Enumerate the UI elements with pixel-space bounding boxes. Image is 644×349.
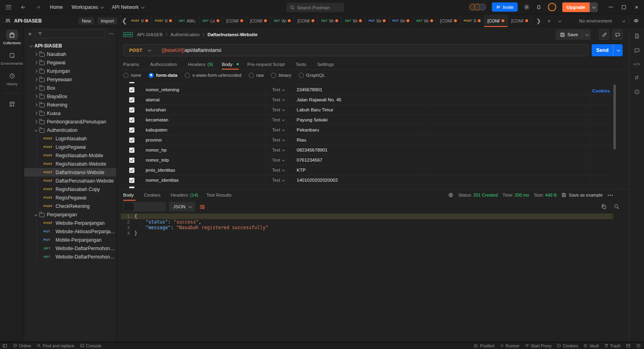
param-key[interactable]: provinsi [142, 135, 266, 145]
param-description[interactable] [424, 85, 591, 94]
send-options-chevron-icon[interactable] [613, 44, 623, 56]
tab-options-chevron-icon[interactable] [555, 16, 564, 25]
import-button[interactable]: Import [97, 17, 117, 25]
wrap-lines-icon[interactable] [199, 204, 205, 210]
search-input[interactable] [297, 5, 337, 10]
save-as-example-button[interactable]: Save as example [561, 193, 603, 197]
row-checkbox[interactable] [129, 117, 134, 123]
url-input[interactable]: {{baseUrl}}api/daftarinstansi [156, 47, 221, 53]
documentation-icon[interactable] [634, 33, 640, 39]
request-tab[interactable]: GET AllKur [175, 14, 199, 27]
param-value[interactable]: Payung Sekaki [287, 115, 424, 125]
body-mode-radio[interactable]: form-data [149, 73, 178, 78]
view-mode-tab[interactable] [145, 202, 155, 211]
two-pane-view-icon[interactable] [626, 343, 631, 348]
response-section-tab[interactable]: Body [123, 189, 136, 201]
code-snippet-icon[interactable]: </> [633, 62, 640, 66]
param-description[interactable] [424, 105, 591, 115]
tree-item[interactable]: Penyewaan [24, 75, 116, 84]
scroll-tabs-left-icon[interactable]: ❮ [121, 14, 128, 27]
row-checkbox[interactable] [129, 178, 134, 183]
request-section-tab[interactable]: Tests [295, 59, 308, 70]
method-selector[interactable]: POST [124, 48, 156, 53]
body-mode-radio[interactable]: x-www-form-urlencoded [185, 73, 242, 78]
sidebar-more-icon[interactable] [108, 31, 114, 37]
tree-item[interactable]: POST RegisPegawai [24, 193, 116, 202]
tree-item[interactable]: PUT Website-AktivasiPerpanjangan [24, 227, 116, 236]
row-checkbox[interactable] [129, 107, 134, 113]
cookies-button[interactable]: Cookies [557, 343, 578, 348]
param-key[interactable]: kecamatan [142, 115, 266, 125]
row-checkbox[interactable] [129, 158, 134, 163]
send-button[interactable]: Send [592, 44, 623, 56]
request-section-tab[interactable]: Authorization [150, 59, 179, 70]
view-mode-tab[interactable] [155, 202, 166, 211]
expand-chevron-icon[interactable] [35, 128, 38, 131]
request-tab[interactable]: POST Reg [460, 14, 484, 27]
tree-item[interactable]: POST CheckRekening [24, 202, 116, 210]
param-key[interactable]: alamat [142, 95, 266, 105]
comments-icon[interactable] [634, 47, 640, 53]
param-description[interactable] [424, 145, 591, 155]
sidebar-filter-input[interactable] [35, 29, 105, 38]
body-mode-radio[interactable]: none [123, 73, 141, 78]
copy-response-icon[interactable] [601, 204, 607, 209]
param-description[interactable] [424, 125, 591, 135]
workspace-name[interactable]: API-SIASEB [14, 18, 42, 24]
tree-item[interactable]: Perpanjangan [24, 210, 116, 219]
param-value[interactable]: 0761234567 [287, 155, 424, 165]
param-key[interactable]: nomor_hp [142, 145, 266, 155]
tree-item[interactable]: POST Website-Perpanjangan [24, 219, 116, 227]
forward-icon[interactable] [35, 4, 41, 10]
row-checkbox[interactable] [129, 148, 134, 153]
request-section-tab[interactable]: Pre-request Script [248, 59, 287, 70]
back-icon[interactable] [20, 4, 26, 10]
param-value[interactable]: Labuh Baru Timur [287, 105, 424, 115]
param-key[interactable]: nomor_identitas [142, 175, 266, 185]
tree-item[interactable]: POST RegisNasabah-Mobile [24, 151, 116, 160]
comments-icon[interactable] [612, 29, 623, 40]
tree-item[interactable]: POST RegisNasabah-Website [24, 160, 116, 168]
menu-api-network[interactable]: API Network [112, 4, 144, 10]
postbot-button[interactable]: Postbot [473, 343, 494, 348]
start-proxy-button[interactable]: Start Proxy [525, 343, 552, 348]
sidebar-item-collections[interactable]: Collections [3, 30, 21, 45]
tree-item[interactable]: Nasabah [24, 50, 116, 58]
sidebar-item-history[interactable]: History [6, 71, 18, 86]
menu-workspaces[interactable]: Workspaces [72, 4, 103, 10]
minimize-icon[interactable] [609, 7, 613, 8]
param-type-select[interactable]: Text [266, 95, 287, 105]
invite-button[interactable]: Invite [492, 2, 517, 12]
tree-item[interactable]: BiayaBox [24, 92, 116, 101]
menu-home[interactable]: Home [50, 4, 63, 10]
param-value[interactable]: 082345678901 [287, 145, 424, 155]
param-key[interactable]: kabupaten [142, 125, 266, 135]
param-value[interactable]: Pekanbaru [287, 125, 424, 135]
tree-item[interactable]: POST LoginPegawai [24, 143, 116, 151]
rename-pencil-icon[interactable] [599, 29, 609, 40]
param-value[interactable]: Riau [287, 135, 424, 145]
response-more-icon[interactable]: ••• [607, 193, 613, 197]
row-checkbox[interactable] [129, 127, 134, 133]
request-tab[interactable]: [CONFLIC [247, 14, 270, 27]
network-globe-icon[interactable] [448, 192, 454, 198]
param-type-select[interactable]: Text [266, 105, 287, 115]
param-description[interactable] [424, 155, 591, 165]
expand-chevron-icon[interactable] [34, 95, 37, 98]
body-mode-radio[interactable]: GraphQL [299, 73, 325, 78]
upgrade-chevron-icon[interactable] [590, 2, 598, 12]
param-value[interactable]: 2345678901 [287, 85, 424, 94]
trash-button[interactable]: Trash [604, 343, 621, 348]
online-status[interactable]: Online [13, 343, 31, 348]
request-tab[interactable]: [CONFLIC [437, 14, 460, 27]
save-options-chevron-icon[interactable] [582, 31, 591, 38]
body-mode-radio[interactable]: raw [249, 73, 264, 78]
collaborator-avatars[interactable] [469, 4, 486, 10]
runner-button[interactable]: Runner [500, 343, 519, 348]
notifications-bell-icon[interactable] [536, 4, 542, 10]
new-tab-button[interactable]: + [545, 16, 553, 25]
expand-chevron-icon[interactable] [34, 120, 37, 123]
tree-item[interactable]: PUT Mobile-Perpanjangan [24, 236, 116, 244]
format-select[interactable]: JSON [169, 202, 195, 211]
request-section-tab[interactable]: Body [222, 59, 238, 70]
